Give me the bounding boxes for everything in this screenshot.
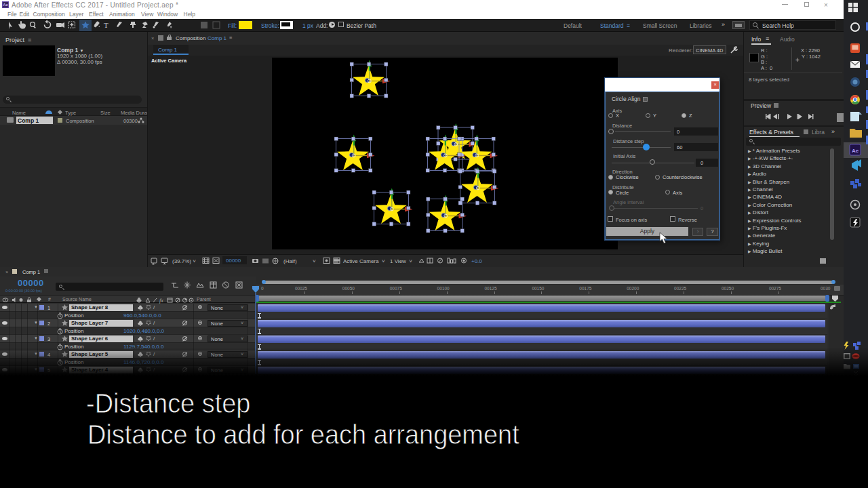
svg-text:T: T — [104, 21, 108, 29]
svg-text:fx: fx — [159, 298, 163, 304]
svg-text:Ae: Ae — [852, 148, 859, 154]
